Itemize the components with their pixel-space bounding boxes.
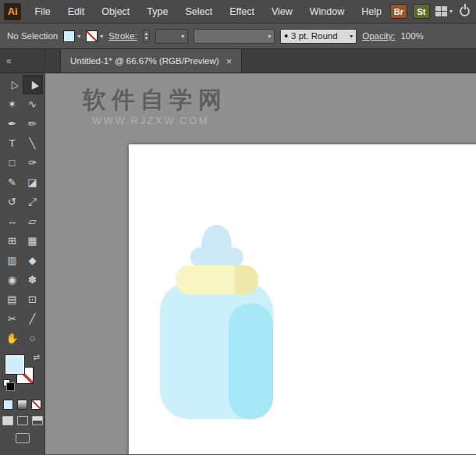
stroke-none-swatch: [86, 30, 98, 42]
fill-color-dropdown[interactable]: ▾: [63, 30, 80, 42]
width-tool[interactable]: ↔: [2, 212, 23, 231]
control-bar: No Selection ▾ ▾ Stroke: ▴ ▾ ▾ ▾ • 3 pt.…: [0, 23, 476, 49]
draw-normal-button[interactable]: [2, 416, 13, 425]
scale-tool[interactable]: ⤢: [23, 192, 43, 212]
zoom-icon: ○: [30, 333, 36, 343]
chevron-down-icon: ▾: [449, 8, 453, 15]
menu-type[interactable]: Type: [138, 0, 176, 23]
fill-swatch-large[interactable]: [5, 355, 24, 374]
stroke-color-dropdown[interactable]: ▾: [86, 30, 103, 42]
stroke-label[interactable]: Stroke:: [108, 31, 137, 41]
free-transform-tool[interactable]: ▱: [23, 212, 43, 231]
menu-object[interactable]: Object: [93, 0, 138, 23]
chevron-down-icon: ▾: [350, 33, 353, 40]
menu-effect[interactable]: Effect: [221, 0, 263, 23]
magic-wand-tool[interactable]: ✶: [2, 94, 23, 114]
eraser-tool[interactable]: ◪: [23, 172, 43, 192]
close-tab-icon[interactable]: ×: [226, 56, 233, 66]
direct-selection-tool[interactable]: ▶: [23, 75, 43, 94]
baby-bottle-illustration: [45, 73, 476, 454]
gradient-button[interactable]: [17, 400, 27, 410]
collapse-icon: «: [6, 55, 12, 66]
zoom-tool[interactable]: ○: [23, 329, 43, 348]
blend-icon: ◉: [8, 275, 16, 285]
curvature-icon: ✏: [28, 119, 37, 129]
chevron-down-icon: ▾: [268, 33, 271, 40]
eyedropper-tool[interactable]: ◆: [23, 251, 43, 270]
workspace-switcher[interactable]: ▾: [435, 6, 453, 16]
perspective-grid-tool[interactable]: ⊞: [2, 231, 23, 251]
menu-help[interactable]: Help: [353, 0, 390, 23]
rectangle-icon: □: [9, 158, 16, 168]
artboard-tool[interactable]: ⊡: [23, 290, 43, 309]
spinner-down-icon[interactable]: ▾: [145, 36, 148, 41]
magic-wand-icon: ✶: [8, 99, 16, 109]
gradient-icon: ▥: [7, 255, 16, 265]
column-graph-icon: ▤: [7, 294, 16, 304]
bottle-cap-shape[interactable]: [176, 265, 258, 294]
swap-fill-stroke-icon[interactable]: ⇄: [34, 353, 40, 361]
knife-tool[interactable]: ╱: [23, 309, 43, 329]
none-button[interactable]: [31, 400, 41, 410]
menu-file[interactable]: File: [26, 0, 59, 23]
color-type-buttons: [0, 400, 44, 410]
type-icon: T: [9, 138, 16, 148]
variable-width-profile-dropdown[interactable]: ▾: [194, 29, 275, 44]
pen-tool[interactable]: ✒: [2, 114, 23, 133]
hand-icon: ✋: [5, 333, 18, 343]
tools-panel: « ▷▶✶∿✒✏T╲□✑✎◪↺⤢↔▱⊞▦▥◆◉✽▤⊡✂╱✋○ ⇄: [0, 49, 45, 454]
mesh-icon: ▦: [27, 236, 37, 246]
stroke-weight-dropdown[interactable]: ▾: [155, 29, 188, 44]
document-area: Untitled-1* @ 66.67% (RGB/Preview) × 软件自…: [45, 49, 476, 454]
tab-title: Untitled-1* @ 66.67% (RGB/Preview): [70, 56, 219, 66]
type-tool[interactable]: T: [2, 133, 23, 153]
chevron-down-icon: ▾: [77, 33, 80, 40]
paintbrush-tool[interactable]: ✑: [23, 153, 43, 172]
symbol-sprayer-tool[interactable]: ✽: [23, 270, 43, 290]
selection-tool[interactable]: ▷: [2, 75, 23, 94]
menu-edit[interactable]: Edit: [59, 0, 94, 23]
power-icon[interactable]: [460, 6, 470, 16]
hand-tool[interactable]: ✋: [2, 329, 23, 348]
paintbrush-icon: ✑: [28, 158, 37, 168]
brush-definition-dropdown[interactable]: • 3 pt. Round ▾: [280, 29, 357, 44]
app-logo[interactable]: Ai: [4, 3, 21, 20]
bridge-button[interactable]: Br: [390, 4, 407, 19]
default-fill-stroke-icon[interactable]: [3, 379, 10, 386]
draw-behind-button[interactable]: [17, 416, 28, 425]
color-button[interactable]: [3, 400, 13, 410]
document-tab[interactable]: Untitled-1* @ 66.67% (RGB/Preview) ×: [60, 49, 242, 73]
menu-select[interactable]: Select: [176, 0, 221, 23]
symbol-sprayer-icon: ✽: [28, 275, 37, 285]
gradient-tool[interactable]: ▥: [2, 251, 23, 270]
slice-tool[interactable]: ✂: [2, 309, 23, 329]
lasso-tool[interactable]: ∿: [23, 94, 43, 114]
rectangle-tool[interactable]: □: [2, 153, 23, 172]
line-segment-tool[interactable]: ╲: [23, 133, 43, 153]
pencil-tool[interactable]: ✎: [2, 172, 23, 192]
collapse-tools-button[interactable]: «: [0, 49, 44, 73]
screen-mode-button[interactable]: [16, 433, 30, 443]
canvas[interactable]: 软件自学网 WWW.RJZXW.COM: [45, 73, 476, 454]
blend-tool[interactable]: ◉: [2, 270, 23, 290]
opacity-label[interactable]: Opacity:: [362, 31, 395, 41]
artboard-icon: ⊡: [28, 294, 37, 304]
direct-selection-icon: ▶: [26, 79, 38, 91]
draw-inside-button[interactable]: [32, 416, 43, 425]
stroke-weight-stepper[interactable]: ▴ ▾: [143, 30, 151, 42]
fill-stroke-controls: ⇄: [0, 351, 44, 393]
rotate-tool[interactable]: ↺: [2, 192, 23, 212]
chevron-down-icon: ▾: [100, 33, 103, 40]
menu-view[interactable]: View: [263, 0, 301, 23]
curvature-tool[interactable]: ✏: [23, 114, 43, 133]
stock-button[interactable]: St: [413, 4, 430, 19]
column-graph-tool[interactable]: ▤: [2, 290, 23, 309]
free-transform-icon: ▱: [29, 216, 37, 226]
bottle-shade-shape[interactable]: [229, 304, 273, 419]
width-icon: ↔: [7, 216, 17, 226]
menu-window[interactable]: Window: [301, 0, 353, 23]
rotate-icon: ↺: [8, 197, 16, 207]
opacity-value-dropdown[interactable]: 100%: [400, 31, 423, 41]
mesh-tool[interactable]: ▦: [23, 231, 43, 251]
selection-icon: ▷: [5, 79, 18, 91]
